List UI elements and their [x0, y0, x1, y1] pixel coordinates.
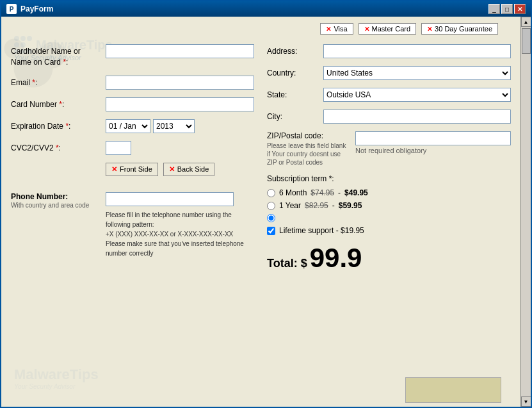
city-label: City: — [267, 112, 318, 121]
address-label: Address: — [267, 47, 318, 56]
exp-month-select[interactable]: 01 / Jan 02 / Feb 03 / Mar 04 / Apr 05 /… — [106, 119, 150, 133]
cvc-input[interactable] — [106, 141, 131, 155]
address-input[interactable] — [323, 44, 511, 58]
country-select[interactable]: United States Canada United Kingdom Aust… — [323, 66, 511, 80]
sub-1year-new-price: $59.95 — [339, 201, 362, 210]
scroll-down-arrow[interactable]: ▼ — [521, 396, 531, 407]
zip-not-required: Not required obligatory — [355, 147, 511, 154]
state-row: State: Outside USA Alabama Alaska Califo… — [267, 88, 511, 102]
phone-label: Phone Number: — [11, 192, 101, 201]
sub-6month-new-price: $49.95 — [344, 188, 368, 197]
sub-1year-separator: - — [332, 201, 335, 210]
guarantee-icon: ✕ — [427, 26, 432, 33]
guarantee-label: 30 Day Guarantee — [435, 25, 492, 33]
payform-window: P PayForm _ □ ✕ ▲ ▼ — [0, 0, 532, 408]
zip-input-area: Not required obligatory — [355, 131, 511, 154]
phone-note: Please fill in the telephone number usin… — [106, 210, 254, 258]
cvc-label: CVC2/CVV2 *: — [11, 141, 101, 154]
mastercard-badge: ✕ Master Card — [359, 23, 417, 35]
front-side-icon: ✕ — [111, 165, 117, 174]
sub-option-1year: 1 Year $82.95 - $59.95 — [267, 201, 511, 210]
lifetime-checkbox[interactable] — [267, 227, 275, 235]
close-button[interactable]: ✕ — [514, 4, 526, 14]
phone-sublabel: With country and area code — [11, 201, 101, 209]
subscription-section: Subscription term *: 6 Month $74.95 - $4… — [267, 174, 511, 272]
front-side-button[interactable]: ✕ Front Side — [106, 163, 158, 176]
sub-option-6month: 6 Month $74.95 - $49.95 — [267, 188, 511, 197]
zip-note: Please leave this field blank if Your co… — [267, 142, 350, 167]
back-side-icon: ✕ — [169, 165, 175, 174]
zip-row: ZIP/Postal code: Please leave this field… — [267, 131, 511, 167]
visa-badge: ✕ Visa — [320, 23, 353, 35]
expiration-controls: 01 / Jan 02 / Feb 03 / Mar 04 / Apr 05 /… — [106, 119, 195, 133]
email-row: Email *: — [11, 76, 254, 90]
guarantee-badge: ✕ 30 Day Guarantee — [421, 23, 498, 35]
country-row: Country: United States Canada United Kin… — [267, 66, 511, 80]
cardholder-row: Cardholder Name orName on Card *: — [11, 44, 254, 68]
visa-icon: ✕ — [326, 26, 331, 33]
title-bar: P PayForm _ □ ✕ — [1, 1, 531, 17]
visa-label: Visa — [334, 25, 347, 33]
email-label: Email *: — [11, 76, 101, 88]
back-side-label: Back Side — [177, 165, 209, 173]
scroll-thumb[interactable] — [522, 28, 531, 54]
total-amount: 99.9 — [310, 245, 362, 272]
lifetime-label: Lifetime support - $19.95 — [279, 226, 364, 235]
total-section: Total: $ 99.9 — [267, 245, 511, 272]
card-number-input[interactable] — [106, 97, 254, 111]
city-row: City: — [267, 110, 511, 124]
cvc-row: CVC2/CVV2 *: — [11, 141, 254, 155]
scrollbar[interactable]: ▲ ▼ — [520, 17, 531, 407]
country-label: Country: — [267, 69, 318, 78]
side-buttons: ✕ Front Side ✕ Back Side — [106, 163, 254, 176]
phone-input-area: Please fill in the telephone number usin… — [106, 192, 254, 258]
zip-label-area: ZIP/Postal code: Please leave this field… — [267, 131, 350, 167]
payment-badges: ✕ Visa ✕ Master Card ✕ 30 Day Guarantee — [11, 23, 498, 35]
app-icon: P — [6, 4, 17, 14]
watermark-bottom: MalwareTips Your Security Advisor — [14, 366, 99, 390]
sub-6month-old-price: $74.95 — [310, 188, 334, 197]
total-label: Total: $ — [267, 257, 307, 270]
lifetime-check-row: Lifetime support - $19.95 — [267, 226, 511, 235]
cardholder-input[interactable] — [106, 44, 254, 58]
phone-input[interactable] — [106, 192, 234, 206]
minimize-button[interactable]: _ — [488, 4, 500, 14]
zip-section: ZIP/Postal code: Please leave this field… — [267, 131, 511, 167]
exp-year-select[interactable]: 2013 2014 2015 2016 2017 2018 2019 2020 — [153, 119, 195, 133]
state-label: State: — [267, 90, 318, 99]
email-input[interactable] — [106, 76, 254, 90]
front-side-label: Front Side — [120, 165, 152, 173]
expiration-row: Expiration Date *: 01 / Jan 02 / Feb 03 … — [11, 119, 254, 133]
title-bar-buttons: _ □ ✕ — [488, 4, 526, 14]
address-row: Address: — [267, 44, 511, 58]
sub-6month-label: 6 Month — [279, 188, 307, 197]
left-column: Cardholder Name orName on Card *: Email … — [11, 44, 254, 272]
right-column: Address: Country: United States Canada U… — [267, 44, 511, 272]
subscription-title: Subscription term *: — [267, 174, 511, 183]
phone-section: Phone Number: With country and area code… — [11, 192, 254, 258]
card-number-label: Card Number *: — [11, 97, 101, 110]
back-side-button[interactable]: ✕ Back Side — [163, 163, 215, 176]
state-select[interactable]: Outside USA Alabama Alaska California Ne… — [323, 88, 511, 102]
zip-label: ZIP/Postal code: — [267, 131, 350, 140]
sub-option-other — [267, 214, 511, 222]
window-title: PayForm — [20, 4, 53, 13]
sub-other-radio[interactable] — [267, 214, 275, 222]
bottom-button-area[interactable] — [405, 377, 501, 403]
zip-input[interactable] — [355, 131, 511, 145]
cardholder-label: Cardholder Name orName on Card *: — [11, 44, 101, 68]
form-content: MalwareTips Your Security Advisor ✕ Visa… — [1, 17, 520, 408]
sub-1year-label: 1 Year — [279, 201, 301, 210]
phone-label-area: Phone Number: With country and area code — [11, 192, 101, 209]
sub-6month-separator: - — [338, 188, 341, 197]
sub-1year-old-price: $82.95 — [305, 201, 328, 210]
sub-1year-radio[interactable] — [267, 202, 275, 210]
sub-6month-radio[interactable] — [267, 189, 275, 197]
expiration-label: Expiration Date *: — [11, 119, 101, 132]
mastercard-icon: ✕ — [364, 26, 369, 33]
city-input[interactable] — [323, 110, 511, 124]
card-number-row: Card Number *: — [11, 97, 254, 111]
scroll-up-arrow[interactable]: ▲ — [521, 17, 531, 27]
main-layout: Cardholder Name orName on Card *: Email … — [11, 44, 511, 272]
maximize-button[interactable]: □ — [501, 4, 513, 14]
